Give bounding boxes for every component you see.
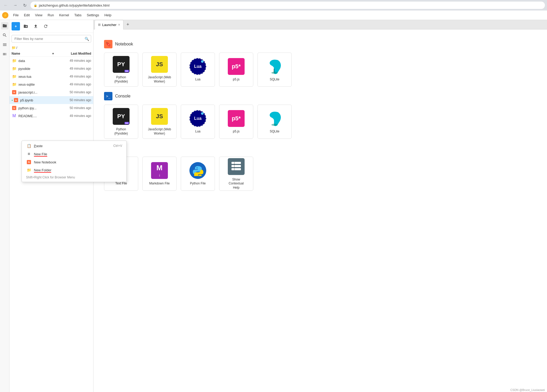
menu-run[interactable]: Run <box>45 12 56 18</box>
folder-icon: 📁 <box>12 66 17 71</box>
context-menu-hint: Shift+Right Click for Browser Menu <box>22 174 126 181</box>
table-of-contents-icon[interactable] <box>1 50 8 58</box>
file-modified: 50 minutes ago <box>54 106 91 110</box>
context-menu-paste[interactable]: 📋 Paste Ctrl+V <box>22 142 126 150</box>
list-item[interactable]: 📁 xeus-lua 49 minutes ago <box>9 73 93 80</box>
context-menu-new-folder[interactable]: 📁 New Folder <box>22 166 126 174</box>
context-menu-new-file-label: New File <box>34 152 122 156</box>
console-cards-row: PY WA Python(Pyodide) JS JavaScript (Web… <box>104 105 340 139</box>
card-p5js[interactable]: p5* p5.js <box>219 53 253 87</box>
file-name: README.... <box>18 114 54 118</box>
menu-help[interactable]: Help <box>102 12 114 18</box>
card-con-js-webworker[interactable]: JS JavaScript (WebWorker) <box>142 105 177 139</box>
search-box: 🔍 <box>12 35 91 43</box>
footer-text: CSDN @Bruce_Liuxiaowei <box>510 388 545 391</box>
menu-tabs[interactable]: Tabs <box>72 12 84 18</box>
file-modified: 49 minutes ago <box>54 59 91 63</box>
menu-settings[interactable]: Settings <box>84 12 102 18</box>
folder-icon: 📁 <box>12 58 17 63</box>
files-icon[interactable] <box>1 22 8 29</box>
new-button[interactable]: + <box>12 22 20 30</box>
python-file-icon <box>189 162 207 179</box>
context-menu-new-notebook[interactable]: N New Notebook <box>22 158 126 166</box>
markdown-file-icon: M ↓ <box>151 162 168 179</box>
js-webworker-label: JavaScript (WebWorker) <box>148 75 171 84</box>
file-modified: 49 minutes ago <box>54 82 91 86</box>
tab-bar: ⊞ Launcher × + <box>94 20 547 29</box>
file-name: javascript.i... <box>18 90 54 94</box>
python-file-label: Python File <box>190 182 206 186</box>
forward-button[interactable]: → <box>12 2 19 9</box>
card-con-p5js[interactable]: p5* p5.js <box>219 105 253 139</box>
modified-column-header: Last Modified <box>54 52 91 55</box>
launcher: 🔖 Notebook PY WA Python(Pyodide) <box>104 40 340 191</box>
contextual-help-icon <box>227 158 245 176</box>
card-contextual-help[interactable]: ShowContextualHelp <box>219 157 253 191</box>
con-sqlite-label: SQLite <box>270 130 280 134</box>
upload-button[interactable] <box>32 22 40 30</box>
list-item[interactable]: 📁 pyodide 49 minutes ago <box>9 65 93 73</box>
address-bar[interactable]: 🔒 jackzhenguo.github.io/jupyterlite/lab/… <box>30 2 545 9</box>
file-modified: 49 minutes ago <box>54 67 91 70</box>
file-panel: + 🔍 📁 / Name ▲ Last Modified <box>9 20 94 392</box>
card-sqlite[interactable]: SQLite <box>257 53 292 87</box>
card-con-sqlite[interactable]: SQLite <box>257 105 292 139</box>
menu-kernel[interactable]: Kernel <box>56 12 72 18</box>
card-lua[interactable]: Lua Lua <box>181 53 215 87</box>
list-item[interactable]: N python.ipy... 50 minutes ago <box>9 104 93 112</box>
console-section-title: Console <box>115 94 131 99</box>
list-item[interactable]: 📁 xeus-sqlite 49 minutes ago <box>9 80 93 88</box>
card-js-webworker[interactable]: JS JavaScript (WebWorker) <box>142 53 177 87</box>
search-icon: 🔍 <box>85 37 89 41</box>
running-icon[interactable] <box>1 41 8 48</box>
js-webworker-icon: JS <box>151 55 168 73</box>
card-markdown-file[interactable]: M ↓ Markdown File <box>142 157 177 191</box>
tab-launcher[interactable]: ⊞ Launcher × <box>95 20 123 29</box>
app-logo: ⚡ <box>2 12 8 18</box>
file-modified: 49 minutes ago <box>54 114 91 118</box>
context-menu-paste-label: Paste <box>34 144 113 148</box>
file-name: python.ipy... <box>18 106 54 110</box>
refresh-button[interactable] <box>42 22 50 30</box>
lua-label: Lua <box>195 78 200 82</box>
list-item[interactable]: 📁 data 49 minutes ago <box>9 57 93 65</box>
file-name: xeus-lua <box>18 75 54 79</box>
context-menu-new-notebook-label: New Notebook <box>34 160 122 164</box>
active-dot: ● <box>12 99 13 101</box>
svg-rect-2 <box>231 162 241 164</box>
file-modified: 49 minutes ago <box>54 75 91 78</box>
sort-icon: ▲ <box>52 52 54 55</box>
notebook-icon: N <box>13 97 19 103</box>
text-file-label: Text File <box>115 182 127 186</box>
file-list-header[interactable]: Name ▲ Last Modified <box>9 51 93 57</box>
notebook-section-title: Notebook <box>115 42 133 47</box>
card-py-pyodide[interactable]: PY WA Python(Pyodide) <box>104 53 138 87</box>
search-input[interactable] <box>12 35 91 43</box>
search-sidebar-icon[interactable] <box>1 32 8 39</box>
back-button[interactable]: ← <box>2 2 9 9</box>
menu-file[interactable]: File <box>11 12 21 18</box>
reload-button[interactable]: ↻ <box>21 2 28 9</box>
con-js-webworker-icon: JS <box>151 107 168 125</box>
card-con-lua[interactable]: Lua Lua <box>181 105 215 139</box>
markdown-file-label: Markdown File <box>149 182 170 186</box>
tab-add-button[interactable]: + <box>124 21 131 28</box>
sqlite-icon <box>266 58 283 75</box>
list-item[interactable]: ● N p5.ipynb 50 minutes ago <box>9 96 93 104</box>
tab-close-button[interactable]: × <box>118 23 120 27</box>
list-item[interactable]: N javascript.i... 50 minutes ago <box>9 88 93 96</box>
new-folder-button[interactable] <box>22 22 30 30</box>
lock-icon: 🔒 <box>34 4 37 7</box>
list-item[interactable]: M README.... 49 minutes ago <box>9 112 93 120</box>
menu-view[interactable]: View <box>32 12 45 18</box>
footer: CSDN @Bruce_Liuxiaowei <box>508 388 547 392</box>
markdown-icon: M <box>12 113 17 118</box>
card-python-file[interactable]: Python File <box>181 157 215 191</box>
console-section-icon: >_ <box>104 92 112 100</box>
launcher-content: 🔖 Notebook PY WA Python(Pyodide) <box>94 29 547 392</box>
card-con-py-pyodide[interactable]: PY WA Python(Pyodide) <box>104 105 138 139</box>
p5js-icon: p5* <box>227 58 245 75</box>
context-menu-new-file[interactable]: ≡ New File <box>22 150 126 158</box>
menu-edit[interactable]: Edit <box>21 12 32 18</box>
main-layout: + 🔍 📁 / Name ▲ Last Modified <box>0 20 547 392</box>
